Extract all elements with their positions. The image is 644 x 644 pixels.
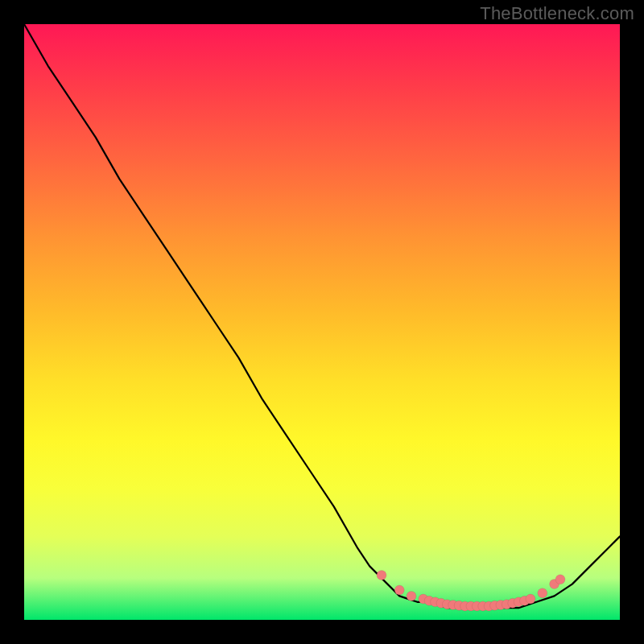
plot-area (24, 24, 620, 620)
watermark-text: TheBottleneck.com (480, 3, 634, 24)
marker-group (377, 571, 565, 612)
marker-dot (555, 575, 565, 584)
marker-dot (538, 588, 547, 598)
chart-svg (24, 24, 620, 620)
marker-dot (526, 594, 535, 604)
marker-dot (394, 585, 404, 595)
curve-line (24, 24, 620, 608)
marker-dot (377, 571, 386, 580)
chart-frame: TheBottleneck.com (0, 0, 644, 644)
marker-dot (407, 591, 416, 601)
